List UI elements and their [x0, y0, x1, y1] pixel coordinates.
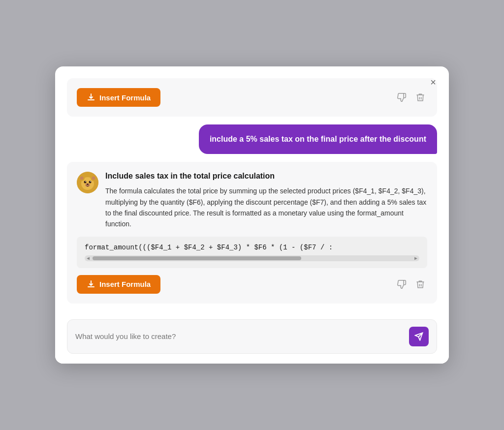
scroll-right-icon[interactable]: ▶ — [412, 255, 419, 261]
close-icon: × — [430, 77, 436, 88]
download-icon-bottom — [87, 280, 95, 289]
svg-point-5 — [92, 177, 95, 180]
first-formula-card: Insert Formula — [67, 78, 437, 117]
scrollbar-track — [92, 256, 412, 260]
trash-icon-top — [415, 92, 425, 102]
svg-point-6 — [84, 181, 87, 184]
thumbsdown-icon-top — [397, 92, 407, 102]
insert-formula-button-top[interactable]: Insert Formula — [77, 88, 160, 107]
user-message-wrapper: include a 5% sales tax on the final pric… — [67, 124, 437, 154]
thumbsdown-button-top[interactable] — [395, 91, 409, 104]
bear-avatar-icon — [77, 172, 98, 193]
insert-formula-button-bottom[interactable]: Insert Formula — [77, 275, 160, 294]
svg-point-9 — [90, 181, 91, 182]
chat-input-wrapper — [67, 319, 437, 354]
delete-button-top[interactable] — [413, 91, 427, 104]
ai-content: Include sales tax in the total price cal… — [105, 172, 427, 230]
insert-formula-label-top: Insert Formula — [99, 93, 151, 102]
user-message-bubble: include a 5% sales tax on the final pric… — [199, 124, 437, 154]
ai-card-top: Include sales tax in the total price cal… — [77, 172, 427, 230]
modal-body: Insert Formula — [55, 66, 449, 311]
avatar — [77, 172, 98, 193]
scrollbar-thumb — [93, 256, 301, 260]
ai-card-actions — [395, 277, 427, 291]
formula-scrollbar[interactable]: ◀ ▶ — [85, 255, 419, 261]
thumbsdown-icon-bottom — [397, 279, 407, 289]
send-button[interactable] — [409, 327, 429, 346]
formula-text: format_amount((($F4_1 + $F4_2 + $F4_3) *… — [85, 244, 419, 251]
ai-card-footer: Insert Formula — [77, 275, 427, 294]
svg-point-11 — [87, 184, 89, 185]
close-button[interactable]: × — [425, 74, 441, 90]
chat-input-area — [55, 311, 449, 364]
first-card-header-row: Insert Formula — [77, 88, 427, 107]
dialog-modal: × Insert Formula — [55, 66, 449, 364]
ai-response-title: Include sales tax in the total price cal… — [105, 172, 427, 181]
delete-button-bottom[interactable] — [413, 277, 427, 291]
svg-point-3 — [80, 177, 84, 180]
chat-input[interactable] — [75, 332, 403, 340]
first-card-actions — [395, 91, 427, 104]
insert-formula-label-bottom: Insert Formula — [99, 280, 151, 288]
formula-block: format_amount((($F4_1 + $F4_2 + $F4_3) *… — [77, 237, 427, 268]
ai-response-card: Include sales tax in the total price cal… — [67, 162, 437, 304]
svg-point-7 — [89, 181, 92, 184]
send-icon — [414, 332, 423, 341]
scroll-left-icon[interactable]: ◀ — [85, 255, 92, 261]
download-icon-top — [87, 93, 95, 102]
trash-icon-bottom — [415, 279, 425, 289]
user-message-text: include a 5% sales tax on the final pric… — [210, 135, 426, 143]
svg-point-8 — [85, 181, 86, 182]
ai-response-description: The formula calculates the total price b… — [105, 185, 427, 230]
thumbsdown-button-bottom[interactable] — [395, 277, 409, 291]
